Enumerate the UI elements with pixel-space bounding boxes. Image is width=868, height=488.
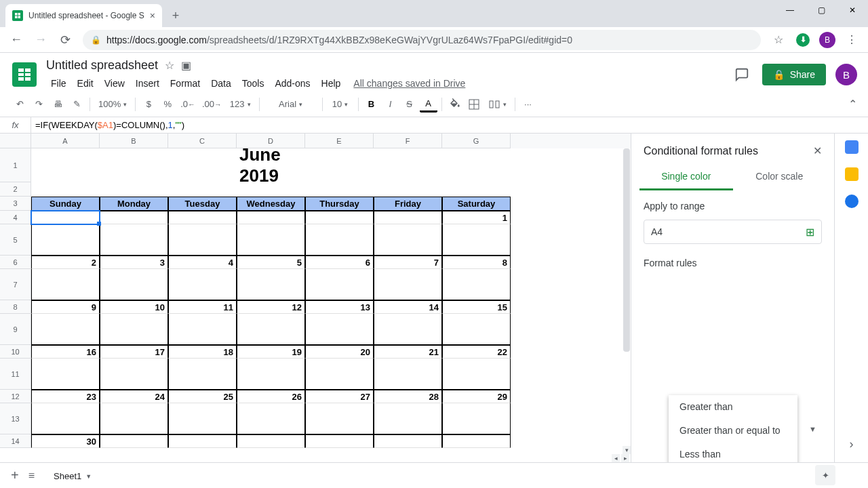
cell[interactable]: 23 xyxy=(31,390,100,403)
cell[interactable] xyxy=(100,359,168,390)
cell[interactable]: 21 xyxy=(374,345,442,359)
col-header[interactable]: A xyxy=(31,134,100,148)
close-window-button[interactable]: ✕ xyxy=(837,0,868,20)
row-header[interactable]: 1 xyxy=(0,148,31,182)
cell[interactable] xyxy=(374,269,442,300)
cell[interactable] xyxy=(237,211,305,224)
cell[interactable] xyxy=(305,434,374,448)
cell[interactable] xyxy=(100,148,168,182)
cell[interactable] xyxy=(31,359,100,390)
cell[interactable] xyxy=(168,403,237,434)
keep-addon-icon[interactable] xyxy=(845,167,859,181)
cell[interactable]: 19 xyxy=(237,345,305,359)
increase-decimal-button[interactable]: .00→ xyxy=(199,96,224,113)
cell[interactable]: 8 xyxy=(442,256,511,269)
cell[interactable] xyxy=(374,403,442,434)
cell[interactable] xyxy=(374,434,442,448)
cell[interactable]: 2 xyxy=(31,256,100,269)
cell[interactable] xyxy=(31,211,100,224)
add-sheet-button[interactable]: + xyxy=(11,468,19,483)
cell[interactable] xyxy=(168,182,237,197)
cell[interactable]: 6 xyxy=(305,256,374,269)
cell[interactable]: Monday xyxy=(100,197,168,211)
cell[interactable] xyxy=(31,403,100,434)
cell[interactable] xyxy=(442,314,511,345)
cell[interactable] xyxy=(374,359,442,390)
menu-data[interactable]: Data xyxy=(206,75,236,92)
fill-color-button[interactable] xyxy=(446,96,464,113)
sheet-tab[interactable]: Sheet1 ▼ xyxy=(44,466,101,485)
cell[interactable] xyxy=(168,211,237,224)
cell[interactable] xyxy=(31,269,100,300)
cell[interactable]: 4 xyxy=(168,256,237,269)
collapse-toolbar-icon[interactable]: ⌃ xyxy=(848,98,857,110)
cell[interactable] xyxy=(31,182,100,197)
cell[interactable] xyxy=(237,314,305,345)
cell[interactable]: 27 xyxy=(305,390,374,403)
row-header[interactable]: 7 xyxy=(0,269,31,300)
menu-format[interactable]: Format xyxy=(165,75,205,92)
cell[interactable] xyxy=(442,403,511,434)
reload-button[interactable]: ⟳ xyxy=(54,29,76,51)
zoom-select[interactable]: 100% xyxy=(94,96,131,113)
cell[interactable] xyxy=(237,224,305,256)
cell[interactable]: Thursday xyxy=(305,197,374,211)
col-header[interactable]: D xyxy=(237,134,305,148)
cell[interactable] xyxy=(100,211,168,224)
row-header[interactable]: 14 xyxy=(0,434,31,448)
cell[interactable] xyxy=(374,211,442,224)
cell[interactable] xyxy=(31,314,100,345)
menu-edit[interactable]: Edit xyxy=(73,75,98,92)
cell[interactable] xyxy=(100,403,168,434)
bookmark-star-icon[interactable]: ☆ xyxy=(768,29,789,51)
menu-view[interactable]: View xyxy=(100,75,130,92)
cell[interactable] xyxy=(168,359,237,390)
formula-input[interactable]: =IF(WEEKDAY($A1)=COLUMN(),1,"") xyxy=(31,120,184,130)
italic-button[interactable]: I xyxy=(382,96,399,113)
strikethrough-button[interactable]: S xyxy=(401,96,418,113)
calendar-addon-icon[interactable] xyxy=(845,140,859,154)
cell[interactable] xyxy=(374,182,442,197)
row-header[interactable]: 8 xyxy=(0,300,31,314)
cell[interactable]: 17 xyxy=(100,345,168,359)
print-button[interactable]: 🖶 xyxy=(49,96,66,113)
cell[interactable] xyxy=(237,359,305,390)
cell[interactable] xyxy=(305,182,374,197)
col-header[interactable]: G xyxy=(442,134,511,148)
cell[interactable] xyxy=(442,269,511,300)
cell[interactable] xyxy=(100,224,168,256)
cell[interactable]: 26 xyxy=(237,390,305,403)
cell[interactable] xyxy=(168,224,237,256)
vertical-scrollbar[interactable]: ▾ xyxy=(623,148,631,454)
col-header[interactable]: F xyxy=(374,134,442,148)
range-input[interactable]: A4 ⊞ xyxy=(644,220,822,244)
cell[interactable]: Friday xyxy=(374,197,442,211)
more-tools-button[interactable]: ··· xyxy=(519,96,537,113)
minimize-button[interactable]: — xyxy=(774,0,806,20)
new-tab-button[interactable]: + xyxy=(166,6,185,25)
row-header[interactable]: 13 xyxy=(0,403,31,434)
chrome-menu-icon[interactable]: ⋮ xyxy=(841,29,863,51)
tab-single-color[interactable]: Single color xyxy=(639,165,733,190)
cell[interactable]: 13 xyxy=(305,300,374,314)
cell[interactable]: 18 xyxy=(168,345,237,359)
all-sheets-button[interactable]: ≡ xyxy=(28,470,35,482)
share-button[interactable]: 🔒 Share xyxy=(762,64,826,85)
cell[interactable] xyxy=(442,224,511,256)
cell[interactable] xyxy=(305,359,374,390)
cell[interactable] xyxy=(305,269,374,300)
cell[interactable]: Saturday xyxy=(442,197,511,211)
cell[interactable]: 5 xyxy=(237,256,305,269)
cell[interactable] xyxy=(100,434,168,448)
cell[interactable]: Sunday xyxy=(31,197,100,211)
font-size-select[interactable]: 10 xyxy=(327,96,354,113)
profile-avatar[interactable]: B xyxy=(816,29,838,51)
cell[interactable] xyxy=(442,182,511,197)
cell[interactable]: 1 xyxy=(442,211,511,224)
borders-button[interactable] xyxy=(465,96,483,113)
cell[interactable] xyxy=(237,403,305,434)
undo-button[interactable]: ↶ xyxy=(11,96,28,113)
row-header[interactable]: 11 xyxy=(0,359,31,390)
format-currency-button[interactable]: $ xyxy=(140,96,157,113)
cell[interactable] xyxy=(168,434,237,448)
